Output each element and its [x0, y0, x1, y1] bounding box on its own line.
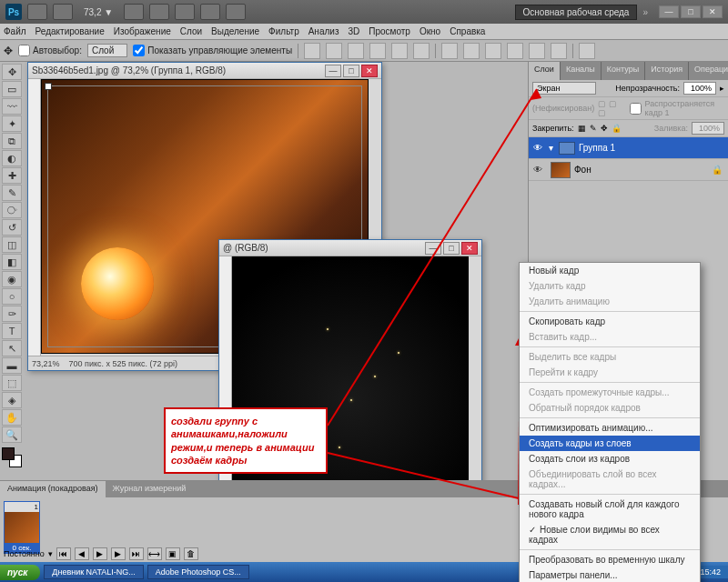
tab-animation[interactable]: Анимация (покадровая) — [0, 481, 106, 497]
menu-item[interactable]: Параметры панели... — [520, 567, 700, 582]
first-frame-icon[interactable]: ⏮ — [56, 547, 71, 560]
align-bottom-icon[interactable] — [348, 43, 364, 59]
blend-mode-select[interactable]: Экран — [532, 82, 596, 95]
menu-edit[interactable]: Редактирование — [35, 26, 105, 36]
pen-tool-icon[interactable]: ✑ — [2, 306, 22, 322]
layer-group-1[interactable]: 👁 ▾ Группа 1 — [529, 137, 728, 159]
opacity-input[interactable]: 100% — [683, 82, 716, 95]
menu-item[interactable]: Создавать новый слой для каждого нового … — [520, 497, 700, 522]
zoom-tool-icon[interactable] — [149, 4, 169, 20]
workspace-switcher[interactable]: Основная рабочая среда — [515, 5, 638, 20]
shape-tool-icon[interactable]: ▬ — [2, 357, 22, 374]
hand-tool-icon[interactable] — [124, 4, 144, 20]
tab-layers[interactable]: Слои — [529, 62, 561, 80]
taskbar-app-1[interactable]: Дневник NATALI-NG... — [44, 565, 143, 579]
align-right-icon[interactable] — [413, 43, 430, 59]
layer-name[interactable]: Группа 1 — [579, 143, 615, 153]
doc-maximize-icon[interactable]: □ — [343, 65, 359, 77]
fill-input[interactable]: 100% — [692, 122, 724, 135]
menu-select[interactable]: Выделение — [211, 26, 259, 36]
duplicate-frame-icon[interactable]: ▣ — [166, 547, 180, 560]
doc-maximize-icon[interactable]: □ — [443, 242, 460, 255]
distribute-vcenter-icon[interactable] — [463, 43, 480, 59]
minibridge-icon[interactable] — [53, 4, 73, 20]
menu-item[interactable]: Новые слои видимы во всех кадрах — [520, 522, 700, 547]
color-swatch[interactable] — [2, 447, 22, 467]
menu-image[interactable]: Изображение — [114, 26, 171, 36]
tab-channels[interactable]: Каналы — [561, 62, 602, 80]
camera-tool-icon[interactable]: ◈ — [2, 392, 22, 408]
autoselect-checkbox[interactable]: Автовыбор: — [18, 45, 82, 56]
auto-align-icon[interactable] — [579, 43, 595, 59]
show-controls-checkbox[interactable]: Показать управляющие элементы — [133, 45, 292, 56]
menu-file[interactable]: Файл — [4, 26, 26, 36]
layer-name[interactable]: Фон — [574, 165, 592, 175]
history-brush-tool-icon[interactable]: ↺ — [2, 219, 22, 236]
tab-measurement-log[interactable]: Журнал измерений — [106, 481, 194, 497]
path-select-tool-icon[interactable]: ↖ — [2, 340, 22, 356]
menu-window[interactable]: Окно — [420, 26, 440, 36]
last-frame-icon[interactable]: ⏭ — [129, 547, 144, 560]
distribute-left-icon[interactable] — [507, 43, 523, 59]
menu-layer[interactable]: Слои — [180, 26, 202, 36]
delete-frame-icon[interactable]: 🗑 — [184, 547, 198, 560]
doc-minimize-icon[interactable]: — — [325, 65, 341, 77]
screen-mode-icon[interactable] — [226, 4, 246, 20]
menu-item[interactable]: Создать кадры из слоев — [520, 436, 700, 451]
next-frame-icon[interactable]: ▶ — [111, 547, 126, 560]
doc-zoom-status[interactable]: 73,21% — [32, 359, 60, 368]
autoselect-type-select[interactable]: Слой — [87, 44, 127, 57]
tab-paths[interactable]: Контуры — [602, 62, 645, 80]
tab-history[interactable]: История — [645, 62, 689, 80]
doc-close-icon[interactable]: ✕ — [361, 65, 378, 77]
type-tool-icon[interactable]: T — [2, 323, 22, 339]
menu-help[interactable]: Справка — [450, 26, 485, 36]
menu-filter[interactable]: Фильтр — [268, 26, 299, 36]
bridge-icon[interactable] — [27, 4, 47, 20]
lock-pos-icon[interactable]: ✥ — [601, 124, 608, 133]
workspace-more-icon[interactable]: » — [642, 7, 648, 17]
distribute-bottom-icon[interactable] — [485, 43, 501, 59]
rotate-view-icon[interactable] — [175, 4, 195, 20]
crop-tool-icon[interactable]: ⧉ — [2, 133, 22, 149]
window-minimize-icon[interactable]: — — [659, 5, 679, 18]
align-hcenter-icon[interactable] — [391, 43, 408, 59]
menu-item[interactable]: Преобразовать во временную шкалу — [520, 552, 700, 567]
distribute-top-icon[interactable] — [441, 43, 458, 59]
menu-analysis[interactable]: Анализ — [308, 26, 339, 36]
visibility-toggle-icon[interactable]: 👁 — [529, 165, 547, 175]
arrange-icon[interactable] — [200, 4, 220, 20]
menu-view[interactable]: Просмотр — [369, 26, 410, 36]
loop-select[interactable]: Постоянно — [4, 549, 45, 558]
propagate-frame-checkbox[interactable] — [630, 103, 642, 115]
start-button[interactable]: пуск — [0, 565, 40, 580]
lock-all-icon[interactable]: 🔒 — [612, 124, 622, 133]
brush-tool-icon[interactable]: ✎ — [2, 185, 22, 201]
opacity-chevron-icon[interactable]: ▸ — [720, 84, 724, 93]
doc-close-icon[interactable]: ✕ — [461, 242, 478, 255]
eyedropper-tool-icon[interactable]: ◐ — [2, 150, 22, 166]
align-left-icon[interactable] — [369, 43, 386, 59]
visibility-toggle-icon[interactable]: 👁 — [529, 143, 547, 153]
wand-tool-icon[interactable]: ✦ — [2, 115, 22, 132]
tab-actions[interactable]: Операции — [689, 62, 728, 80]
stamp-tool-icon[interactable]: ⧂ — [2, 202, 22, 218]
lasso-tool-icon[interactable]: 〰 — [2, 98, 22, 115]
menu-item[interactable]: Создать слои из кадров — [520, 451, 700, 467]
blur-tool-icon[interactable]: ◉ — [2, 271, 22, 287]
distribute-right-icon[interactable] — [551, 43, 567, 59]
taskbar-app-2[interactable]: Adobe Photoshop CS... — [147, 565, 249, 579]
lock-trans-icon[interactable]: ▦ — [578, 124, 586, 133]
align-top-icon[interactable] — [304, 43, 320, 59]
play-icon[interactable]: ▶ — [93, 547, 107, 560]
zoom-tool-icon[interactable]: 🔍 — [2, 426, 22, 443]
align-vcenter-icon[interactable] — [326, 43, 342, 59]
menu-3d[interactable]: 3D — [348, 26, 359, 36]
animation-frame-1[interactable]: 1 0 сек. — [4, 501, 40, 554]
menu-item[interactable]: Оптимизировать анимацию... — [520, 420, 700, 436]
dodge-tool-icon[interactable]: ○ — [2, 288, 22, 305]
window-maximize-icon[interactable]: □ — [681, 5, 701, 18]
menu-item[interactable]: Новый кадр — [520, 263, 700, 278]
lock-pixels-icon[interactable]: ✎ — [590, 124, 597, 133]
tween-icon[interactable]: ⟷ — [147, 547, 162, 560]
